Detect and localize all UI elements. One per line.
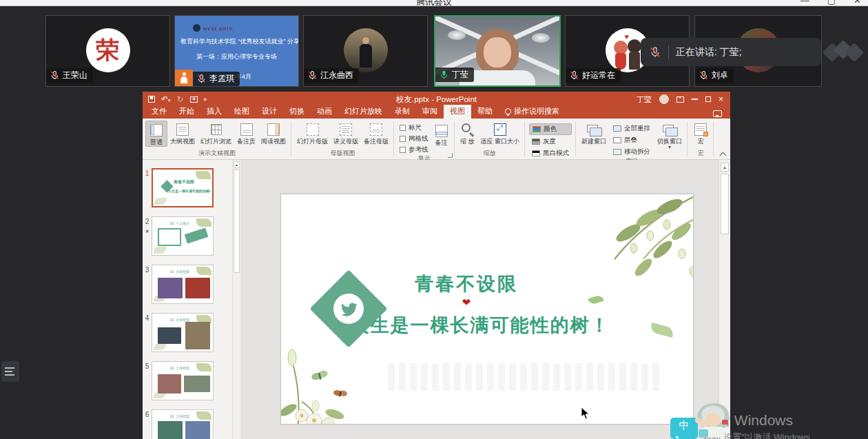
lightbulb-icon: [505, 108, 511, 114]
notes-page-button[interactable]: 备注页: [234, 121, 258, 145]
participant-name: 刘卓: [712, 70, 728, 81]
university-logo: west univ.: [193, 24, 293, 32]
redo-icon[interactable]: ↻: [177, 94, 184, 104]
avatar-photo: [344, 28, 388, 72]
maximize-icon[interactable]: ▢: [827, 0, 836, 6]
zoom-button[interactable]: 缩 放: [457, 121, 478, 145]
close-icon[interactable]: ×: [719, 95, 723, 103]
slide-number: 2★: [143, 216, 152, 256]
tab-slideshow[interactable]: 幻灯片放映: [338, 105, 389, 119]
avatar-character: 荣: [96, 34, 120, 66]
tab-insert[interactable]: 插入: [200, 105, 228, 119]
black-white-button[interactable]: 黑白模式: [529, 148, 572, 159]
slide-master-button[interactable]: 幻灯片母版: [294, 121, 331, 145]
participant-name-tag: 刘卓: [695, 68, 734, 83]
ruler-checkbox[interactable]: 标尺: [400, 123, 428, 132]
twitter-diamond-logo[interactable]: [316, 276, 382, 342]
participant-tile[interactable]: 江永曲西: [303, 15, 428, 87]
account-name[interactable]: 丁莹: [637, 94, 652, 105]
group-show: 标尺 网格线 参考线 备注 显示: [394, 119, 455, 159]
restore-icon[interactable]: [705, 96, 711, 102]
slide-thumbnail-1[interactable]: 青春不设限人生是一棵长满可能性的树!: [152, 168, 214, 207]
tab-record[interactable]: 录制: [389, 105, 416, 119]
account-avatar[interactable]: [659, 94, 669, 104]
customize-qat-icon[interactable]: ▾: [204, 96, 207, 103]
quick-access-toolbar: ↶▾ ↻ ▾: [143, 94, 207, 104]
tab-review[interactable]: 审阅: [416, 105, 444, 119]
show-dialog-launcher-icon[interactable]: [448, 153, 453, 158]
meeting-window-controls[interactable]: —▢✕: [800, 0, 861, 6]
save-icon[interactable]: [148, 96, 155, 103]
slide-number: 6: [143, 409, 152, 439]
scrollbar-thumb[interactable]: [721, 174, 729, 234]
group-master-views: 幻灯片母版 讲义母版 备注母版 母版视图: [291, 119, 394, 159]
member-list-toggle-icon[interactable]: [1, 361, 19, 382]
slide-scrollbar[interactable]: ▲: [719, 160, 730, 439]
close-icon[interactable]: ✕: [854, 0, 861, 6]
mic-muted-icon: [699, 70, 709, 81]
participant-name-tag: 好运常在: [566, 68, 621, 83]
main-slide[interactable]: 青春不设限 ❤ 人生是一棵长满可能性的树！: [280, 194, 694, 425]
speaking-banner-text: 正在讲话: 丁莹;: [676, 46, 742, 59]
slide-thumbnail-panel[interactable]: 1 青春不设限人生是一棵长满可能性的树! 2★ 01 个人简介 3: [143, 160, 232, 439]
speaking-banner: 正在讲话: 丁莹;: [641, 38, 821, 66]
tab-transitions[interactable]: 切换: [283, 105, 311, 119]
new-window-button[interactable]: 新建窗口: [579, 121, 609, 145]
slide-thumbnail-6[interactable]: 01 工作经历: [152, 409, 214, 439]
minimize-icon[interactable]: —: [800, 0, 809, 6]
ribbon-display-options-icon[interactable]: [676, 96, 684, 103]
slide-thumbnail-4[interactable]: 01 大学经历: [152, 313, 214, 352]
macros-button[interactable]: 宏: [690, 121, 711, 145]
undo-icon[interactable]: ↶▾: [161, 94, 171, 104]
start-slideshow-icon[interactable]: [190, 96, 198, 103]
fit-to-window-button[interactable]: 适应 窗口大小: [478, 121, 523, 145]
tab-home[interactable]: 开始: [173, 105, 200, 119]
tab-help[interactable]: 帮助: [471, 105, 499, 119]
tab-view[interactable]: 视图: [444, 105, 471, 119]
tab-animations[interactable]: 动画: [311, 105, 338, 119]
tab-file[interactable]: 文件: [145, 105, 173, 119]
slide-number: 1: [143, 168, 152, 207]
cascade-button[interactable]: 层叠: [610, 135, 653, 145]
move-split-button[interactable]: 移动拆分: [610, 147, 653, 157]
slide-editing-area[interactable]: 青春不设限 ❤ 人生是一棵长满可能性的树！: [240, 160, 719, 439]
switch-windows-button[interactable]: 切换窗口▾: [654, 121, 685, 150]
color-button[interactable]: 颜色: [529, 123, 572, 135]
collapse-ribbon-icon[interactable]: [720, 152, 725, 157]
meeting-title: 腾讯会议: [416, 0, 452, 6]
ppt-titlebar-right: 丁莹 ×: [637, 94, 730, 105]
grayscale-button[interactable]: 灰度: [529, 136, 572, 147]
scroll-up-icon[interactable]: ▲: [234, 161, 240, 168]
thumbnail-scrollbar[interactable]: ▲: [232, 160, 240, 439]
participant-name-tag: 李孟琪: [193, 72, 240, 86]
participant-tile[interactable]: 荣 王荣山: [45, 15, 170, 87]
outline-view-button[interactable]: 大纲视图: [167, 121, 198, 145]
participant-tile-speaking[interactable]: 丁莹: [434, 15, 561, 87]
comments-icon[interactable]: [713, 110, 722, 117]
scrollbar-thumb[interactable]: [234, 170, 240, 273]
arrange-all-button[interactable]: 全部重排: [610, 123, 653, 134]
slide-thumbnail-5[interactable]: 01 工作经历: [152, 361, 214, 400]
guides-checkbox[interactable]: 参考线: [400, 145, 428, 154]
tab-draw[interactable]: 绘图: [228, 105, 256, 119]
slide-thumbnail-2[interactable]: 01 个人简介: [152, 216, 214, 256]
notes-master-button[interactable]: 备注母版: [361, 121, 391, 145]
gridlines-checkbox[interactable]: 网格线: [400, 134, 428, 143]
flower-decoration: [280, 347, 408, 425]
tab-design[interactable]: 设计: [256, 105, 283, 119]
tell-me-search[interactable]: 操作说明搜索: [499, 105, 566, 119]
participant-name: 丁莹: [452, 69, 468, 81]
slide-number: 5: [143, 361, 152, 400]
participant-name-tag: 丁莹: [435, 68, 474, 82]
scroll-up-icon[interactable]: ▲: [721, 163, 729, 172]
handout-master-button[interactable]: 讲义母版: [331, 121, 361, 145]
slide-sorter-button[interactable]: 幻灯片浏览: [198, 121, 234, 145]
reading-view-button[interactable]: 阅读视图: [258, 121, 289, 145]
participant-tile-sharing[interactable]: west univ. 教育科学与技术学院 “优秀校友话就业” 分享会 第一场：应…: [174, 15, 299, 87]
normal-view-button[interactable]: 普通: [145, 121, 167, 147]
minimize-icon[interactable]: [692, 99, 698, 100]
notes-button[interactable]: 备注: [431, 122, 452, 147]
slide-thumbnail-3[interactable]: 01 大学经历: [152, 265, 214, 304]
slide-number: 4: [143, 313, 152, 352]
participant-name: 江永曲西: [320, 70, 353, 81]
